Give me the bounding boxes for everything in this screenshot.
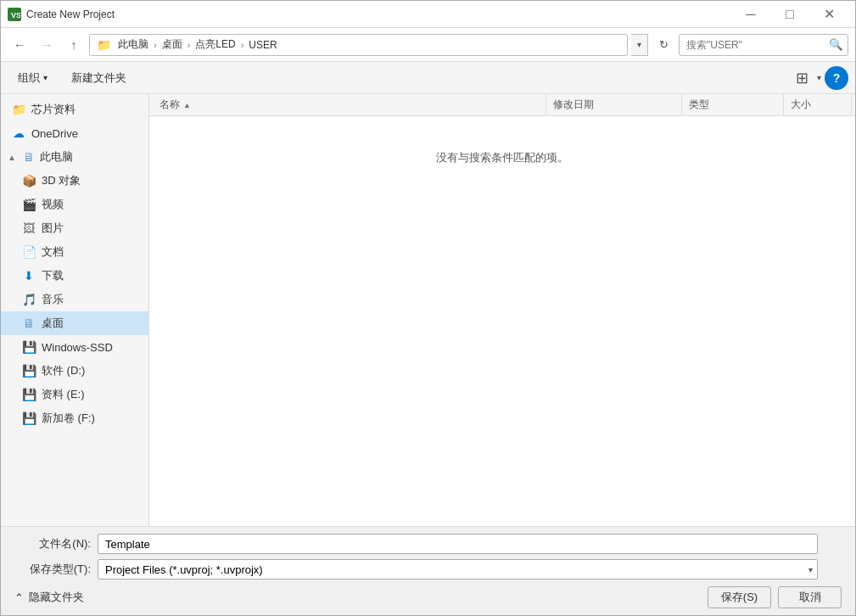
downloads-icon: ⬇ [21,268,36,283]
filename-label: 文件名(N): [14,536,91,552]
app-icon: VS [8,8,21,21]
column-headers: 名称 ▲ 修改日期 类型 大小 [149,94,855,116]
filetype-row: 保存类型(T): Project Files (*.uvproj; *.uvpr… [14,559,842,580]
view-dropdown-arrow[interactable]: ▾ [817,73,821,82]
sidebar-item-video[interactable]: 🎬 视频 [1,193,148,216]
windows-ssd-icon: 💾 [21,339,36,355]
sidebar-item-music[interactable]: 🎵 音乐 [1,288,148,311]
new-folder-label: 新建文件夹 [71,70,126,86]
back-button[interactable]: ← [8,33,31,57]
forward-button[interactable]: → [35,33,59,57]
path-segment-desktop[interactable]: 桌面 [159,36,186,53]
path-segment-led[interactable]: 点亮LED [192,36,238,53]
sidebar-item-onedrive[interactable]: ☁ OneDrive [1,121,148,145]
filetype-select-wrapper: Project Files (*.uvproj; *.uvprojx) ▾ [98,559,818,580]
window-controls: ─ □ ✕ [731,1,848,28]
col-header-type[interactable]: 类型 [682,94,784,115]
hide-folders-arrow: ⌃ [14,591,24,604]
pc-expand-icon: ▲ [8,153,18,162]
sidebar-item-3d[interactable]: 📦 3D 对象 [1,169,148,193]
sidebar-item-pictures[interactable]: 🖼 图片 [1,216,148,240]
sidebar-label-pictures: 图片 [42,221,64,236]
sidebar-label-onedrive: OneDrive [31,127,78,140]
sidebar-label-windows-ssd: Windows-SSD [42,341,113,354]
sidebar-label-video: 视频 [42,197,64,212]
sidebar-label-music: 音乐 [42,292,64,307]
minimize-button[interactable]: ─ [731,1,770,28]
new-f-icon: 💾 [21,411,36,426]
sidebar-item-desktop[interactable]: 🖥 桌面 [1,311,148,335]
sidebar-label-new-f: 新加卷 (F:) [42,411,95,426]
main-content: 📁 芯片资料 ☁ OneDrive ▲ 🖥 此电脑 📦 3D 对象 🎬 [1,94,855,526]
documents-icon: 📄 [21,244,36,260]
window-title: Create New Project [26,8,731,20]
sidebar-label-data-e: 资料 (E:) [42,387,85,402]
address-path[interactable]: 📁 此电脑 › 桌面 › 点亮LED › USER [89,34,628,56]
sidebar-label-downloads: 下载 [42,268,64,283]
svg-text:VS: VS [11,11,20,20]
search-icon[interactable]: 🔍 [824,34,848,56]
path-folder-icon: 📁 [97,38,111,52]
empty-message: 没有与搜索条件匹配的项。 [149,116,855,526]
file-list-body: 没有与搜索条件匹配的项。 [149,116,855,526]
pictures-icon: 🖼 [21,221,36,236]
organize-button[interactable]: 组织 ▾ [8,66,58,90]
onedrive-icon: ☁ [11,126,26,141]
sidebar-item-software-d[interactable]: 💾 软件 (D:) [1,359,148,383]
help-button[interactable]: ? [825,66,848,90]
save-button[interactable]: 保存(S) [708,586,771,608]
folder-icon: 📁 [11,102,26,117]
sidebar: 📁 芯片资料 ☁ OneDrive ▲ 🖥 此电脑 📦 3D 对象 🎬 [1,94,149,526]
view-button[interactable]: ⊞ [790,66,814,90]
title-bar: VS Create New Project ─ □ ✕ [1,1,855,28]
3d-icon: 📦 [21,173,36,188]
music-icon: 🎵 [21,292,36,307]
data-e-icon: 💾 [21,387,36,402]
sidebar-item-data-e[interactable]: 💾 资料 (E:) [1,383,148,406]
col-header-date[interactable]: 修改日期 [546,94,682,115]
video-icon: 🎬 [21,197,36,212]
sidebar-item-documents[interactable]: 📄 文档 [1,240,148,264]
sidebar-label-desktop: 桌面 [42,316,64,331]
pc-icon: 🖥 [21,149,36,165]
filename-input[interactable] [98,534,818,554]
up-button[interactable]: ↑ [62,33,86,57]
sidebar-item-downloads[interactable]: ⬇ 下载 [1,264,148,288]
address-bar: ← → ↑ 📁 此电脑 › 桌面 › 点亮LED › USER ▾ ↻ 🔍 [1,28,855,62]
path-segment-pc[interactable]: 此电脑 [115,36,152,53]
bottom-buttons: ⌃ 隐藏文件夹 保存(S) 取消 [14,586,842,608]
desktop-icon: 🖥 [21,316,36,331]
cancel-button[interactable]: 取消 [778,586,842,608]
file-list: 名称 ▲ 修改日期 类型 大小 没有与搜索条件匹配的项。 [149,94,855,526]
organize-dropdown-arrow: ▾ [43,73,48,82]
filetype-label: 保存类型(T): [14,562,91,577]
address-dropdown[interactable]: ▾ [631,34,648,56]
new-folder-button[interactable]: 新建文件夹 [61,66,137,90]
organize-label: 组织 [18,70,40,86]
sidebar-item-new-f[interactable]: 💾 新加卷 (F:) [1,406,148,430]
close-button[interactable]: ✕ [809,1,848,28]
col-header-size[interactable]: 大小 [784,94,852,115]
sidebar-label-software-d: 软件 (D:) [42,363,85,378]
sidebar-label-chips: 芯片资料 [31,102,76,117]
search-input[interactable] [680,35,824,55]
sidebar-label-3d: 3D 对象 [42,173,81,188]
sort-arrow: ▲ [183,101,191,109]
sidebar-item-this-pc[interactable]: ▲ 🖥 此电脑 [1,145,148,169]
refresh-button[interactable]: ↻ [652,33,675,57]
sidebar-label-pc: 此电脑 [40,149,73,165]
filetype-select[interactable]: Project Files (*.uvproj; *.uvprojx) [98,559,818,580]
software-d-icon: 💾 [21,363,36,378]
toolbar: 组织 ▾ 新建文件夹 ⊞ ▾ ? [1,62,855,94]
maximize-button[interactable]: □ [770,1,809,28]
dialog-window: VS Create New Project ─ □ ✕ ← → ↑ 📁 此电脑 … [0,0,856,616]
col-header-name[interactable]: 名称 ▲ [153,94,546,115]
sidebar-item-windows-ssd[interactable]: 💾 Windows-SSD [1,335,148,359]
sidebar-label-documents: 文档 [42,244,64,260]
hide-folders-toggle[interactable]: ⌃ 隐藏文件夹 [14,590,84,605]
filename-row: 文件名(N): [14,534,842,554]
sidebar-item-chips[interactable]: 📁 芯片资料 [1,98,148,121]
path-segment-user[interactable]: USER [245,37,280,53]
search-box: 🔍 [679,34,848,56]
hide-folders-label: 隐藏文件夹 [29,590,84,605]
